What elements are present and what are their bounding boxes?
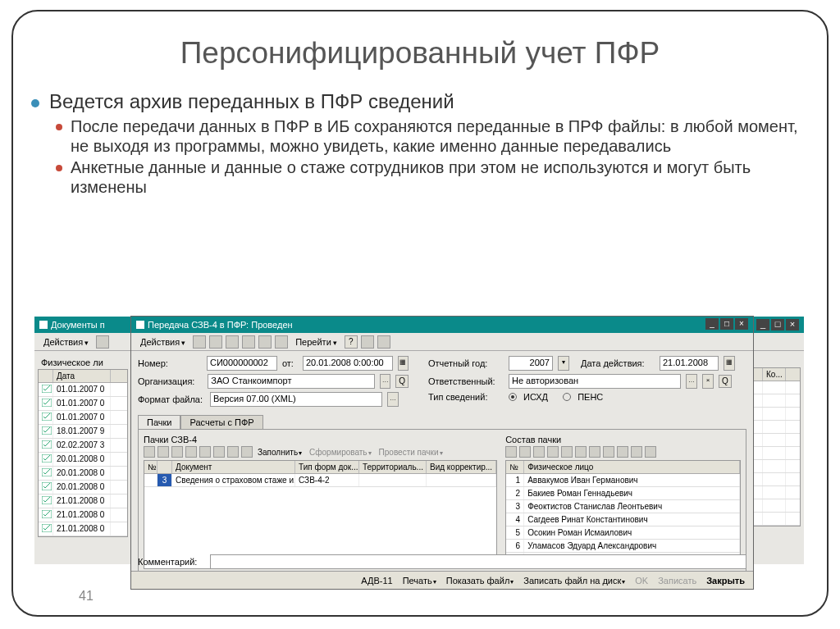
write-button[interactable]: Записать [656,576,698,586]
select-icon[interactable]: … [686,374,697,389]
minimize-icon[interactable]: _ [756,319,769,330]
goto-menu[interactable]: Перейти [291,335,341,349]
close-button[interactable]: Закрыть [705,576,746,586]
table-row[interactable]: 20.01.2008 0 [39,453,127,467]
col-ko: Ко... [763,368,786,381]
year-field[interactable]: 2007 [509,356,553,371]
tab-packs[interactable]: Пачки [138,415,180,429]
select-icon[interactable]: … [380,374,391,389]
help-icon[interactable]: ? [345,335,358,349]
table-row[interactable]: 3Феоктистов Станислав Леонтьевич [506,500,740,513]
toolbar-icon[interactable] [171,446,183,458]
close-icon[interactable]: × [786,319,799,330]
table-row[interactable]: 20.01.2008 0 [39,467,127,481]
showfile-button[interactable]: Показать файл [445,576,516,586]
cell-type: СЗВ-4-2 [295,474,359,486]
lookup-icon[interactable]: Q [719,375,732,388]
toolbar-icon[interactable] [377,335,390,349]
actions-menu[interactable]: Действия [136,335,189,349]
page-number: 41 [79,589,94,604]
tab-calc-pfr[interactable]: Расчеты с ПФР [180,415,262,429]
clear-icon[interactable]: × [702,374,714,389]
table-row[interactable]: 3 Сведения о страховом стаже и... СЗВ-4-… [144,474,496,487]
toolbar-icon[interactable] [505,446,517,458]
fmt-label: Формат файла: [138,394,205,404]
toolbar-icon[interactable] [275,335,288,349]
toolbar-icon[interactable] [547,446,559,458]
table-row[interactable]: 01.01.2007 0 [39,383,127,397]
toolbar-icon[interactable] [144,446,155,458]
savefile-button[interactable]: Записать файл на диск [522,576,627,586]
table-row[interactable]: 01.01.2007 0 [39,411,127,425]
toolbar-icon[interactable] [519,446,531,458]
table-row[interactable]: 18.01.2007 9 [39,425,127,439]
row-icon [39,425,53,438]
table-row[interactable]: 6Уламасов Эдуард Александрович [506,540,740,553]
table-row[interactable]: 20.01.2008 0 [39,481,127,495]
col-header: Тип форм док... [295,461,359,473]
toolbar-icon[interactable] [227,446,239,458]
stepper-icon[interactable]: ▾ [558,356,569,371]
date-picker-icon[interactable]: ▦ [398,356,409,371]
toolbar-icon[interactable] [241,446,253,458]
cell-n: 3 [158,474,172,486]
resp-field[interactable]: Не авторизован [509,374,681,389]
toolbar-icon[interactable] [185,446,197,458]
radio-ishd-label: ИСХД [523,392,548,402]
row-icon [39,467,53,480]
toolbar-icon[interactable] [575,446,587,458]
select-icon[interactable]: … [387,392,399,407]
from-field[interactable]: 20.01.2008 0:00:00 [303,356,393,371]
toolbar-icon[interactable] [561,446,573,458]
table-row[interactable]: 1Аввакумов Иван Германович [506,474,740,487]
maximize-icon[interactable]: □ [720,318,733,330]
bullet-1: Ведется архив переданных в ПФР сведений [31,90,809,113]
toolbar-icon[interactable] [617,446,628,458]
maximize-icon[interactable]: □ [771,319,784,330]
window-szv4-title: Передача СЗВ-4 в ПФР: Проведен _ □ × [131,317,753,333]
fmt-field[interactable]: Версия 07.00 (XML) [210,392,382,407]
close-icon[interactable]: × [735,318,748,330]
number-label: Номер: [138,358,202,368]
adv11-button[interactable]: АДВ-11 [359,576,394,586]
toolbar-icon[interactable] [242,335,255,349]
ok-button[interactable]: OK [633,576,650,586]
toolbar-icon[interactable] [199,446,211,458]
minimize-icon[interactable]: _ [705,318,719,330]
print-button[interactable]: Печать [401,576,438,586]
table-row[interactable]: 21.01.2008 0 [39,508,127,522]
table-row[interactable]: 21.01.2008 0 [39,495,127,508]
table-row[interactable]: 5Осокин Роман Исмаилович [506,526,740,540]
table-row[interactable]: 02.02.2007 3 [39,439,127,453]
table-row[interactable]: 21.01.2008 0 [39,522,127,536]
toolbar-icon[interactable] [533,446,545,458]
toolbar-icon[interactable] [226,335,239,349]
toolbar-icon[interactable] [603,446,614,458]
table-row[interactable]: 2Бакиев Роман Геннадьевич [506,487,740,500]
org-field[interactable]: ЗАО Станкоимпорт [208,374,374,389]
table-row[interactable]: 4Сагдеев Ринат Константинович [506,513,740,526]
date-act-field[interactable]: 21.01.2008 [660,356,719,371]
number-field[interactable]: СИ000000002 [207,356,277,371]
toolbar-icon[interactable] [158,446,169,458]
toolbar-icon[interactable] [361,335,374,349]
lookup-icon[interactable]: Q [395,375,409,388]
col-header [158,461,172,473]
toolbar-icon[interactable] [645,446,656,458]
toolbar-icon[interactable] [631,446,642,458]
toolbar-icon[interactable] [589,446,600,458]
date-picker-icon[interactable]: ▦ [724,356,735,371]
toolbar-icon[interactable] [213,446,225,458]
toolbar-icon[interactable] [193,335,206,349]
comment-field[interactable] [210,554,746,569]
process-button[interactable]: Провести пачки [377,448,445,457]
toolbar-icon[interactable] [258,335,272,349]
toolbar-icon[interactable] [96,335,109,349]
form-button[interactable]: Сформировать [307,448,374,457]
radio-pens[interactable] [563,393,571,401]
table-row[interactable]: 01.01.2007 0 [39,397,127,411]
fill-button[interactable]: Заполнить [255,448,304,457]
toolbar-icon[interactable] [209,335,222,349]
radio-ishd[interactable] [509,393,517,401]
actions-menu[interactable]: Действия [39,335,93,349]
